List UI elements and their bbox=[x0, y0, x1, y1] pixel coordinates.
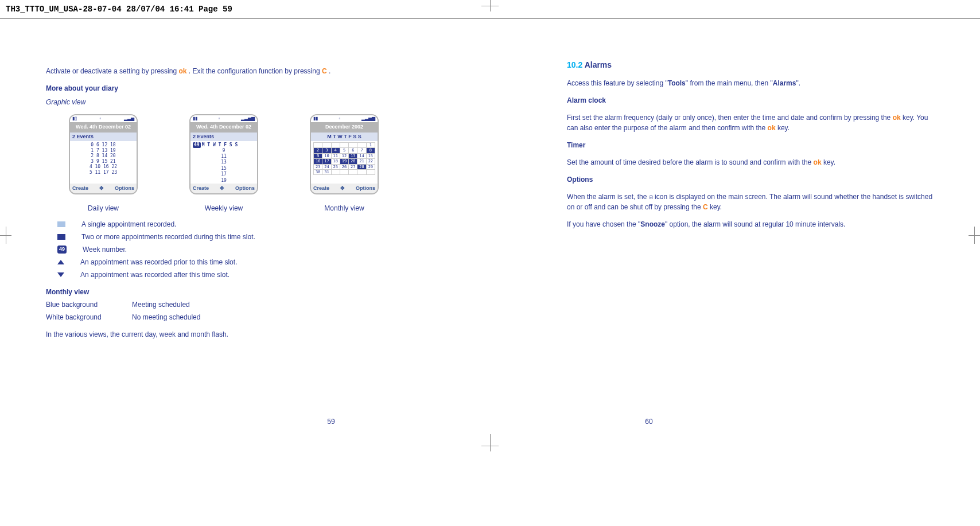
snooze-term: Snooze bbox=[640, 220, 665, 228]
text: " from the main menu, then " bbox=[686, 79, 773, 87]
legend-row: Two or more appointments recorded during… bbox=[57, 232, 413, 242]
nav-icon: ✥ bbox=[99, 185, 104, 193]
softkey-options: Options bbox=[235, 185, 255, 193]
softkey-options: Options bbox=[356, 185, 375, 193]
monthly-caption: Monthly view bbox=[310, 203, 379, 213]
softkey-options: Options bbox=[115, 185, 134, 193]
kv-val: Meeting scheduled bbox=[132, 299, 190, 310]
page-spread: Activate or deactivate a setting by pres… bbox=[0, 19, 980, 346]
nav-icon: ✥ bbox=[220, 185, 224, 193]
text: key. bbox=[777, 124, 790, 132]
phone-monthly-block: ▮▮▫▂▃▅▆ December 2002 M T W T F S S 1 23… bbox=[310, 114, 379, 213]
text: key. bbox=[710, 203, 722, 211]
page-number-right: 60 bbox=[645, 418, 652, 426]
softkey-create: Create bbox=[72, 185, 88, 193]
phone-status-bar: ▮▮▫▂▃▅▆ bbox=[190, 115, 257, 122]
phone-daily-block: ▮▯▫▂▃▅ Wed. 4th December 02 2 Events 0 6… bbox=[69, 114, 138, 213]
section-title: Alarms bbox=[585, 60, 612, 69]
daily-caption: Daily view bbox=[69, 203, 138, 213]
kv-val: No meeting scheduled bbox=[132, 312, 200, 322]
alarm-clock-title: Alarm clock bbox=[567, 95, 934, 106]
phone-monthly: ▮▮▫▂▃▅▆ December 2002 M T W T F S S 1 23… bbox=[310, 114, 379, 194]
legend-text: An appointment was recorded prior to thi… bbox=[80, 257, 237, 267]
text: Activate or deactivate a setting by pres… bbox=[46, 67, 178, 75]
alarm-clock-para: First set the alarm frequency (daily or … bbox=[567, 112, 934, 133]
c-key: C bbox=[322, 67, 327, 75]
flash-line: In the various views, the current day, w… bbox=[46, 329, 413, 340]
timer-para: Set the amount of time desired before th… bbox=[567, 157, 934, 167]
weekly-head: 49 M T W T F S S bbox=[193, 142, 255, 148]
weekly-day-head: M T W T F S S bbox=[202, 142, 238, 148]
kv-key: White background bbox=[46, 312, 120, 322]
alarms-term: Alarms bbox=[773, 79, 796, 87]
phone-screenshots-row: ▮▯▫▂▃▅ Wed. 4th December 02 2 Events 0 6… bbox=[69, 114, 413, 213]
kv-row: White background No meeting scheduled bbox=[46, 312, 413, 322]
week-number-badge: 49 bbox=[193, 142, 201, 148]
softkey-create: Create bbox=[313, 185, 329, 193]
text: . bbox=[329, 67, 330, 75]
phone-status-bar: ▮▮▫▂▃▅▆ bbox=[311, 115, 378, 122]
nav-icon: ✥ bbox=[340, 185, 345, 193]
phone-title-bar: Wed. 4th December 02 bbox=[70, 122, 137, 133]
kv-key: Blue background bbox=[46, 299, 120, 310]
page-left: Activate or deactivate a setting by pres… bbox=[46, 59, 413, 346]
softkey-create: Create bbox=[193, 185, 209, 193]
legend-row: 49 Week number. bbox=[57, 244, 413, 255]
phone-weekly: ▮▮▫▂▃▅▆ Wed. 4th December 02 2 Events 49… bbox=[189, 114, 258, 194]
ok-key: ok bbox=[893, 114, 901, 122]
legend-icon-dark-square bbox=[57, 234, 65, 240]
options-title: Options bbox=[567, 174, 934, 185]
section-number: 10.2 bbox=[567, 60, 585, 69]
legend-row: An appointment was recorded after this t… bbox=[57, 270, 413, 280]
softkey-row: Create ✥ Options bbox=[311, 184, 378, 194]
text: First set the alarm frequency (daily or … bbox=[567, 114, 893, 122]
phone-status-bar: ▮▯▫▂▃▅ bbox=[70, 115, 137, 122]
timer-title: Timer bbox=[567, 140, 934, 150]
phone-title-bar: Wed. 4th December 02 bbox=[190, 122, 257, 133]
legend-text: Week number. bbox=[83, 244, 127, 255]
section-heading: 10.2 Alarms bbox=[567, 59, 934, 71]
crop-mark-bottom bbox=[481, 440, 499, 457]
alarm-bell-icon: ⍾ bbox=[649, 193, 653, 201]
legend-icon-light-square bbox=[57, 221, 65, 227]
crop-mark-top bbox=[481, 0, 499, 17]
ok-key: ok bbox=[178, 67, 186, 75]
phone-daily: ▮▯▫▂▃▅ Wed. 4th December 02 2 Events 0 6… bbox=[69, 114, 138, 194]
crop-mark-right bbox=[963, 227, 980, 244]
ok-key: ok bbox=[814, 158, 822, 166]
phone-weekly-block: ▮▮▫▂▃▅▆ Wed. 4th December 02 2 Events 49… bbox=[189, 114, 258, 213]
weekly-caption: Weekly view bbox=[189, 203, 258, 213]
legend-row: A single appointment recorded. bbox=[57, 219, 413, 229]
phone-sub-bar: 2 Events bbox=[190, 133, 257, 142]
snooze-para: If you have chosen the "Snooze" option, … bbox=[567, 219, 934, 229]
softkey-row: Create ✥ Options bbox=[190, 184, 257, 194]
legend-text: An appointment was recorded after this t… bbox=[80, 270, 230, 280]
month-grid: 1 2345678 9101112131415 16171819202122 2… bbox=[313, 142, 375, 175]
legend-week-badge: 49 bbox=[57, 246, 67, 254]
legend-triangle-down-icon bbox=[57, 272, 64, 277]
access-line: Access this feature by selecting "Tools"… bbox=[567, 78, 934, 88]
text: . Exit the configuration function by pre… bbox=[189, 67, 322, 75]
more-about-diary-title: More about your diary bbox=[46, 83, 413, 93]
crop-mark-left bbox=[0, 227, 17, 244]
page-numbers-row: 59 60 bbox=[0, 418, 980, 426]
legend-text: Two or more appointments recorded during… bbox=[81, 232, 255, 242]
text: " option, the alarm will sound at regula… bbox=[665, 220, 845, 228]
c-key: C bbox=[703, 203, 708, 211]
activate-line: Activate or deactivate a setting by pres… bbox=[46, 66, 413, 76]
text: Access this feature by selecting " bbox=[567, 79, 668, 87]
ok-key: ok bbox=[768, 124, 776, 132]
legend: A single appointment recorded. Two or mo… bbox=[57, 219, 413, 280]
page-number-left: 59 bbox=[327, 418, 335, 426]
phone-sub-bar: 2 Events bbox=[70, 133, 137, 142]
page-right: 10.2 Alarms Access this feature by selec… bbox=[567, 59, 934, 346]
text: key. bbox=[823, 158, 835, 166]
monthly-view-title: Monthly view bbox=[46, 287, 413, 297]
softkey-row: Create ✥ Options bbox=[70, 184, 137, 194]
monthly-day-head: M T W T F S S bbox=[311, 133, 378, 142]
graphic-view-label: Graphic view bbox=[46, 97, 413, 107]
text: ". bbox=[796, 79, 800, 87]
options-para: When the alarm is set, the ⍾ icon is dis… bbox=[567, 192, 934, 212]
tools-term: Tools bbox=[668, 79, 686, 87]
legend-row: An appointment was recorded prior to thi… bbox=[57, 257, 413, 267]
